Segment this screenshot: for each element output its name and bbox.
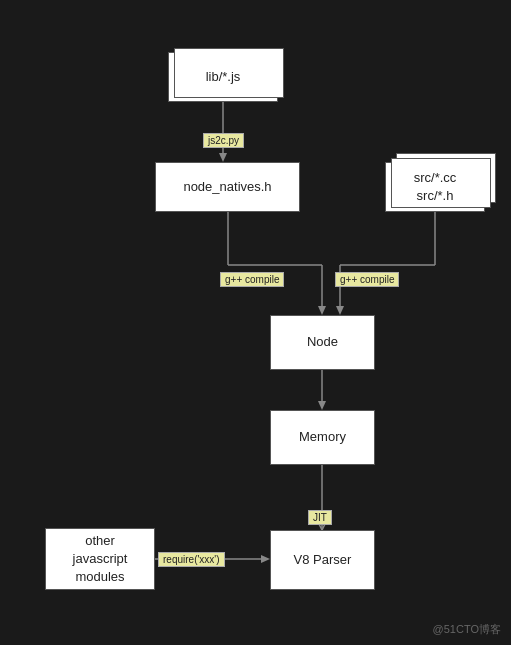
svg-marker-9 bbox=[336, 306, 344, 315]
watermark: @51CTO博客 bbox=[433, 622, 501, 637]
node-natives-label: node_natives.h bbox=[183, 178, 271, 196]
diagram: lib/*.js js2c.py node_natives.h src/*.cc… bbox=[0, 0, 511, 645]
gpp1-badge: g++ compile bbox=[220, 272, 284, 287]
src-cc-label: src/*.cc src/*.h bbox=[414, 169, 457, 205]
node-label: Node bbox=[307, 333, 338, 351]
other-js-label: other javascript modules bbox=[73, 532, 128, 587]
memory-box: Memory bbox=[270, 410, 375, 465]
js2c-badge: js2c.py bbox=[203, 133, 244, 148]
jit-badge: JIT bbox=[308, 510, 332, 525]
v8parser-label: V8 Parser bbox=[294, 551, 352, 569]
lib-js-box: lib/*.js bbox=[168, 52, 278, 102]
other-js-box: other javascript modules bbox=[45, 528, 155, 590]
src-cc-box: src/*.cc src/*.h bbox=[385, 162, 485, 212]
v8parser-box: V8 Parser bbox=[270, 530, 375, 590]
svg-marker-15 bbox=[261, 555, 270, 563]
svg-marker-1 bbox=[219, 153, 227, 162]
node-box: Node bbox=[270, 315, 375, 370]
svg-marker-11 bbox=[318, 401, 326, 410]
memory-label: Memory bbox=[299, 428, 346, 446]
lib-js-label: lib/*.js bbox=[206, 68, 241, 86]
gpp2-badge: g++ compile bbox=[335, 272, 399, 287]
require-badge: require('xxx') bbox=[158, 552, 225, 567]
node-natives-box: node_natives.h bbox=[155, 162, 300, 212]
svg-marker-5 bbox=[318, 306, 326, 315]
